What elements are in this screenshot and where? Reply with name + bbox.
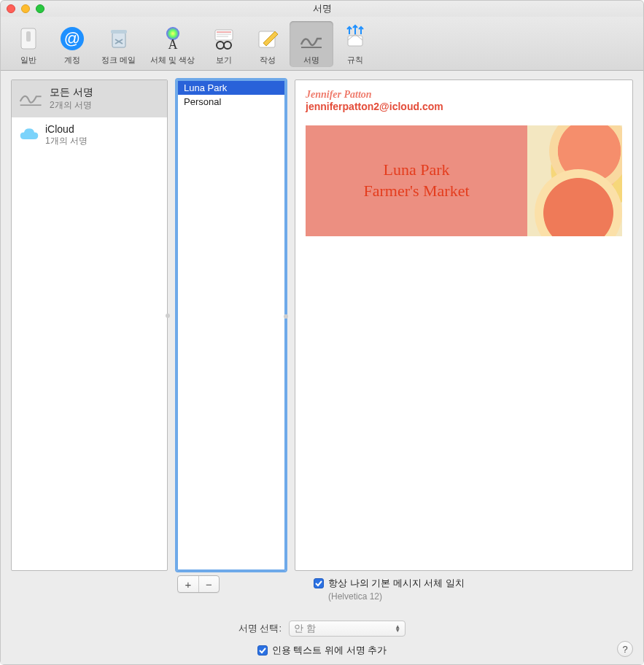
svg-rect-10	[215, 30, 233, 40]
glasses-icon	[209, 24, 238, 53]
tab-accounts[interactable]: @ 계정	[50, 21, 94, 67]
signature-icon	[297, 24, 326, 53]
svg-rect-1	[26, 31, 31, 42]
choose-signature-popup[interactable]: 안 함 ▲▼	[289, 621, 406, 637]
match-font-checkbox-row[interactable]: 항상 나의 기본 메시지 서체 일치	[314, 577, 633, 590]
signature-item-lunapark[interactable]: Luna Park	[178, 81, 284, 95]
tab-composing[interactable]: 작성	[246, 21, 290, 67]
font-hint: (Helvetica 12)	[328, 591, 633, 602]
account-name: iCloud	[45, 123, 88, 135]
chevron-updown-icon: ▲▼	[395, 625, 400, 632]
cloud-icon	[19, 126, 39, 144]
preview-name: Jennifer Patton	[306, 89, 622, 101]
tab-rules[interactable]: 규칙	[333, 21, 377, 67]
banner-line1: Luna Park	[383, 160, 449, 179]
svg-text:@: @	[64, 29, 80, 47]
preferences-window: 서명 일반 @ 계정 정크 메일 A 서체 및 색상	[0, 0, 644, 665]
account-name: 모든 서명	[50, 86, 93, 99]
match-font-group: 항상 나의 기본 메시지 서체 일치 (Helvetica 12)	[314, 577, 633, 602]
preview-email: jenniferpatton2@icloud.com	[306, 101, 622, 112]
tab-label: 정크 메일	[101, 55, 136, 66]
choose-signature-row: 서명 선택: 안 함 ▲▼	[238, 621, 406, 637]
match-font-label: 항상 나의 기본 메시지 서체 일치	[328, 577, 465, 590]
account-text: iCloud 1개의 서명	[45, 123, 88, 147]
account-text: 모든 서명 2개의 서명	[50, 86, 93, 112]
checkbox-checked-icon[interactable]	[314, 578, 324, 588]
banner-line2: Farmer's Market	[363, 182, 469, 200]
resize-handle-icon[interactable]	[166, 314, 170, 318]
tab-label: 일반	[20, 55, 36, 66]
window-title: 서명	[1, 2, 643, 15]
tab-signatures[interactable]: 서명	[290, 21, 333, 67]
compose-icon	[253, 24, 282, 53]
preview-banner: Luna Park Farmer's Market	[306, 125, 622, 236]
accounts-all-signatures[interactable]: 모든 서명 2개의 서명	[12, 80, 167, 117]
three-pane: 모든 서명 2개의 서명 iCloud 1개의 서명 Luna Park	[11, 79, 633, 571]
tab-label: 규칙	[347, 55, 363, 66]
bottom-options: 서명 선택: 안 함 ▲▼ 인용 텍스트 위에 서명 추가 ?	[11, 621, 633, 657]
account-sub: 2개의 서명	[50, 99, 93, 112]
tab-label: 계정	[64, 55, 80, 66]
signature-preview[interactable]: Jennifer Patton jenniferpatton2@icloud.c…	[295, 79, 633, 571]
fonts-icon: A	[158, 24, 187, 53]
accounts-icloud[interactable]: iCloud 1개의 서명	[12, 117, 167, 153]
at-icon: @	[58, 24, 87, 53]
help-icon: ?	[622, 644, 627, 655]
signature-item-personal[interactable]: Personal	[178, 95, 284, 109]
account-sub: 1개의 서명	[45, 135, 88, 147]
switch-icon	[14, 24, 43, 53]
tab-viewing[interactable]: 보기	[202, 21, 246, 67]
signature-list[interactable]: Luna Park Personal	[176, 79, 286, 571]
choose-signature-label: 서명 선택:	[238, 622, 282, 635]
svg-point-14	[217, 42, 224, 49]
resize-handle-icon[interactable]	[284, 314, 288, 319]
rules-icon	[341, 24, 370, 53]
tab-label: 작성	[260, 55, 276, 66]
accounts-list[interactable]: 모든 서명 2개의 서명 iCloud 1개의 서명	[11, 79, 168, 571]
content-area: 모든 서명 2개의 서명 iCloud 1개의 서명 Luna Park	[1, 71, 643, 664]
banner-image	[527, 125, 622, 236]
titlebar: 서명	[1, 1, 643, 17]
svg-rect-19	[348, 36, 362, 46]
add-signature-button[interactable]: +	[178, 576, 198, 592]
popup-value: 안 함	[294, 622, 316, 635]
svg-point-15	[224, 42, 231, 49]
tab-fonts[interactable]: A 서체 및 색상	[143, 21, 202, 67]
remove-signature-button[interactable]: −	[198, 576, 219, 592]
signature-icon	[19, 88, 44, 110]
above-quoted-label: 인용 텍스트 위에 서명 추가	[272, 644, 387, 657]
trash-icon	[104, 24, 133, 53]
tab-label: 서명	[303, 55, 319, 66]
svg-rect-5	[111, 30, 127, 34]
checkbox-checked-icon[interactable]	[257, 645, 268, 656]
above-quoted-checkbox-row[interactable]: 인용 텍스트 위에 서명 추가	[257, 644, 387, 657]
tab-junk[interactable]: 정크 메일	[94, 21, 143, 67]
tab-label: 서체 및 색상	[150, 55, 195, 66]
add-remove-segment: + −	[177, 575, 220, 593]
svg-text:A: A	[168, 37, 177, 52]
tab-general[interactable]: 일반	[7, 21, 50, 67]
help-button[interactable]: ?	[617, 641, 633, 657]
tab-label: 보기	[216, 55, 232, 66]
toolbar: 일반 @ 계정 정크 메일 A 서체 및 색상 보기	[1, 17, 643, 71]
banner-text: Luna Park Farmer's Market	[306, 125, 527, 236]
svg-rect-4	[112, 33, 125, 47]
